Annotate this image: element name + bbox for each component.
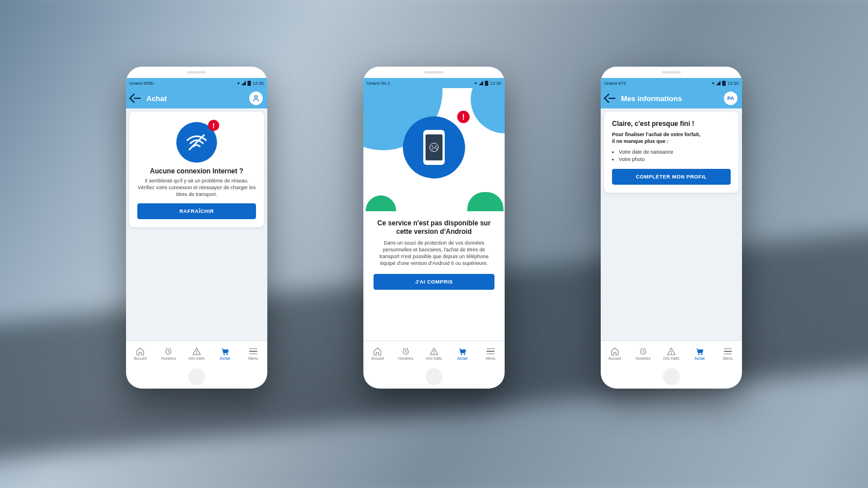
status-time: 12:30 — [490, 81, 501, 86]
nav-item-info-trafic[interactable]: Info trafic — [420, 341, 448, 366]
wifi-icon: ▾ — [712, 81, 714, 86]
phone-home-button — [426, 368, 442, 385]
phone-home-button — [663, 368, 680, 385]
screen-content: Claire, c'est presque fini ! Pour finali… — [601, 108, 742, 341]
list-item: Votre photo — [619, 156, 731, 162]
nav-item-horaires[interactable]: Horaires — [629, 341, 657, 366]
nav-label: Menu — [723, 356, 733, 360]
nav-item-achat[interactable]: Achat — [211, 341, 239, 366]
svg-point-15 — [698, 354, 700, 355]
profile-button[interactable] — [249, 91, 263, 105]
app-bar: Achat — [126, 88, 267, 108]
nav-item-achat[interactable]: Achat — [448, 341, 476, 366]
phone-speaker — [424, 71, 444, 73]
svg-point-9 — [433, 353, 434, 354]
status-time: 12:30 — [727, 81, 739, 86]
error-body: Il semblerait qu'il y ait un problème de… — [137, 177, 256, 198]
nav-label: Achat — [220, 356, 230, 360]
nav-item-menu[interactable]: Menu — [239, 341, 267, 366]
device-label: Unami #72 — [604, 81, 626, 86]
status-bar: Unami #35b ▾ 12:30 — [126, 78, 267, 88]
nav-label: Menu — [485, 356, 496, 360]
phone-mockup-2: Unami 5b-1 ▾ 12:30 — [363, 67, 505, 389]
clock-icon — [401, 347, 410, 356]
menu-icon — [724, 347, 732, 356]
clock-icon — [164, 347, 173, 356]
menu-icon — [249, 347, 257, 356]
alert-badge-icon: ! — [208, 120, 219, 131]
svg-point-11 — [464, 354, 465, 355]
device-label: Unami 5b-1 — [367, 81, 390, 86]
nav-label: Achat — [695, 356, 705, 360]
menu-icon — [487, 347, 494, 356]
list-item: Votre date de naissance — [619, 149, 731, 155]
warning-icon — [192, 347, 201, 356]
refresh-button[interactable]: RAFRAÎCHIR — [137, 203, 256, 219]
nav-label: Accueil — [134, 356, 147, 360]
acknowledge-button[interactable]: J'AI COMPRIS — [374, 274, 494, 290]
nav-item-accueil[interactable]: Accueil — [363, 341, 392, 366]
bottom-nav: AccueilHorairesInfo traficAchatMenu — [363, 341, 505, 366]
svg-point-0 — [255, 95, 258, 98]
svg-point-4 — [196, 353, 197, 354]
complete-profile-button[interactable]: COMPLÉTER MON PROFIL — [612, 169, 731, 185]
svg-point-16 — [701, 354, 702, 355]
nav-label: Info trafic — [426, 356, 442, 360]
cell-signal-icon — [716, 81, 721, 85]
nav-item-info-trafic[interactable]: Info trafic — [183, 341, 211, 366]
no-wifi-icon: ! — [176, 122, 217, 163]
battery-icon — [722, 81, 726, 86]
status-bar: Unami 5b-1 ▾ 12:30 — [363, 78, 505, 88]
nav-item-accueil[interactable]: Accueil — [601, 341, 629, 366]
phone-mockup-1: Unami #35b ▾ 12:30 Achat — [126, 67, 267, 389]
warning-icon — [667, 347, 676, 356]
app-bar-title: Mes informations — [621, 94, 682, 103]
home-icon — [610, 347, 619, 356]
nav-label: Achat — [457, 356, 467, 360]
unsupported-title: Ce service n'est pas disponible sur cett… — [374, 219, 494, 236]
nav-item-horaires[interactable]: Horaires — [154, 341, 183, 366]
back-button[interactable] — [131, 95, 141, 102]
unsupported-hero: ! — [363, 88, 505, 211]
home-icon — [373, 347, 382, 356]
battery-icon — [248, 81, 251, 86]
nav-item-achat[interactable]: Achat — [685, 341, 714, 366]
nav-item-accueil[interactable]: Accueil — [126, 341, 154, 366]
status-bar: Unami #72 ▾ 12:30 — [601, 78, 742, 88]
nav-item-menu[interactable]: Menu — [476, 341, 505, 366]
screen-content: ! Aucune connexion Internet ? Il sembler… — [126, 108, 267, 341]
svg-point-6 — [227, 354, 228, 355]
profile-completion-card: Claire, c'est presque fini ! Pour finali… — [604, 112, 739, 193]
nav-item-menu[interactable]: Menu — [714, 341, 742, 366]
user-icon — [252, 94, 260, 102]
error-title: Aucune connexion Internet ? — [137, 167, 256, 175]
back-button[interactable] — [605, 95, 615, 102]
wifi-icon: ▾ — [475, 81, 477, 86]
clock-icon — [639, 347, 648, 356]
card-title: Claire, c'est presque fini ! — [612, 120, 731, 128]
device-label: Unami #35b — [129, 81, 154, 86]
warning-icon — [429, 347, 439, 356]
nav-label: Info trafic — [189, 356, 205, 360]
app-bar-title: Achat — [146, 94, 167, 103]
phone-speaker — [187, 71, 206, 73]
svg-point-14 — [671, 353, 671, 354]
nav-label: Accueil — [609, 356, 622, 360]
nav-label: Info trafic — [663, 356, 680, 360]
bottom-nav: AccueilHorairesInfo traficAchatMenu — [126, 341, 267, 366]
cart-icon — [458, 347, 467, 356]
battery-icon — [485, 81, 488, 86]
home-icon — [136, 347, 145, 356]
cell-signal-icon — [479, 81, 483, 85]
profile-button[interactable]: PA — [724, 91, 737, 105]
nav-item-horaires[interactable]: Horaires — [392, 341, 420, 366]
nav-item-info-trafic[interactable]: Info trafic — [657, 341, 685, 366]
nav-label: Horaires — [161, 356, 176, 360]
phone-speaker — [662, 71, 681, 73]
cart-icon — [220, 347, 229, 356]
error-card: ! Aucune connexion Internet ? Il sembler… — [129, 112, 264, 227]
nav-label: Menu — [248, 356, 258, 360]
phone-home-button — [188, 368, 205, 385]
avatar-initials: PA — [727, 95, 734, 101]
alert-badge-icon: ! — [457, 111, 470, 123]
